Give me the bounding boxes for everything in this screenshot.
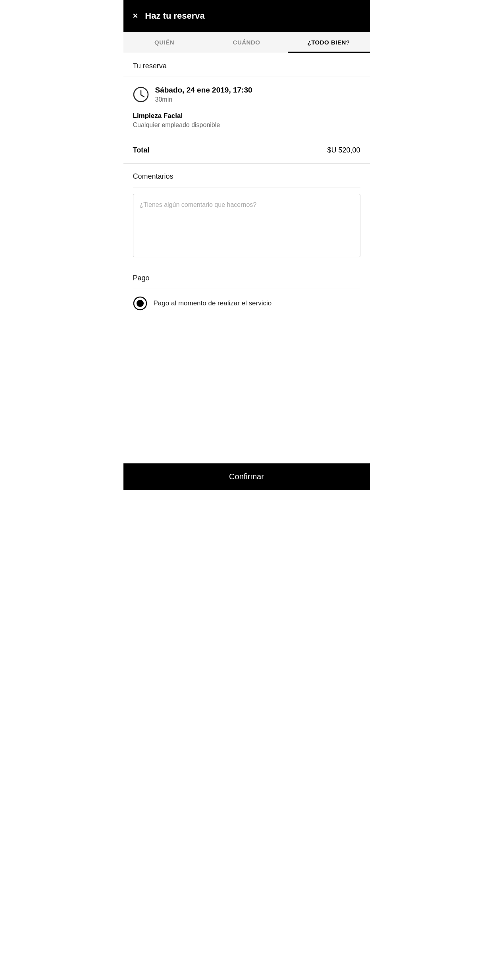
booking-datetime-row: Sábado, 24 ene 2019, 17:30 30min [123,77,370,112]
radio-selected-icon [133,296,147,311]
total-row: Total $U 520,00 [123,137,370,164]
svg-point-4 [137,300,144,307]
footer: Confirmar [123,463,370,490]
comments-label: Comentarios [133,172,360,187]
close-button[interactable]: × [133,12,138,20]
service-staff: Cualquier empleado disponible [133,122,360,129]
payment-label: Pago [133,274,360,289]
tab-cuando[interactable]: CUÁNDO [206,32,288,53]
clock-icon [133,87,149,102]
service-row: Limpieza Facial Cualquier empleado dispo… [123,112,370,137]
header: × Haz tu reserva [123,0,370,32]
total-label: Total [133,146,150,154]
comments-section: Comentarios [123,164,370,265]
payment-option-text: Pago al momento de realizar el servicio [154,299,272,307]
booking-date: Sábado, 24 ene 2019, 17:30 [155,86,360,95]
comments-textarea[interactable] [133,194,360,257]
reservation-section-title: Tu reserva [123,53,370,77]
payment-option[interactable]: Pago al momento de realizar el servicio [133,296,360,311]
confirm-button[interactable]: Confirmar [229,472,264,481]
tab-quien[interactable]: QUIÉN [123,32,206,53]
header-title: Haz tu reserva [145,11,204,21]
tabs-bar: QUIÉN CUÁNDO ¿TODO BIEN? [123,32,370,53]
booking-duration: 30min [155,96,360,103]
tab-todo-bien[interactable]: ¿TODO BIEN? [288,32,370,53]
total-value: $U 520,00 [327,146,360,154]
svg-line-2 [141,95,144,97]
main-content: Tu reserva Sábado, 24 ene 2019, 17:30 30… [123,53,370,463]
payment-section: Pago Pago al momento de realizar el serv… [123,265,370,317]
booking-info: Sábado, 24 ene 2019, 17:30 30min [155,86,360,103]
service-name: Limpieza Facial [133,112,360,120]
